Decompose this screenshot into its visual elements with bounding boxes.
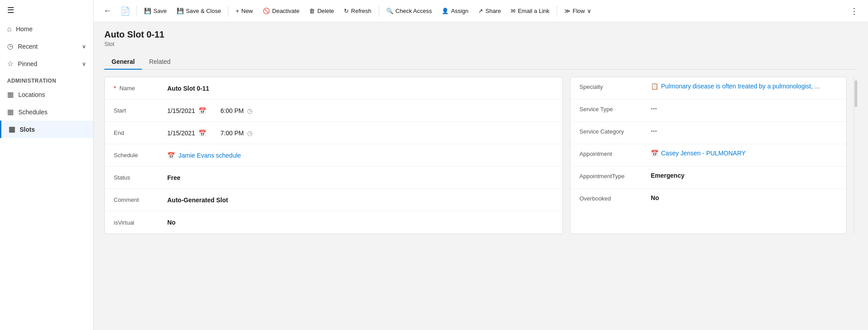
page-title: Auto Slot 0-11: [104, 29, 857, 40]
scrollbar[interactable]: [854, 77, 857, 234]
schedules-icon: ▦: [7, 108, 14, 116]
field-start-value: 1/15/2021 📅 6:00 PM ◷: [167, 107, 554, 114]
chevron-down-icon: ∨: [82, 61, 86, 67]
share-icon: ↗: [478, 8, 483, 14]
sidebar-item-label: Recent: [18, 43, 37, 50]
toolbar-separator: [557, 6, 557, 17]
clock-icon[interactable]: ◷: [247, 129, 252, 137]
end-time-group: 7:00 PM ◷: [220, 129, 252, 137]
specialty-icon: 📋: [651, 83, 658, 90]
field-overbooked-value: No: [651, 194, 837, 201]
scrollbar-thumb: [855, 80, 857, 107]
page-content: Auto Slot 0-11 Slot General Related * Na…: [94, 22, 868, 330]
deactivate-label: Deactivate: [272, 8, 299, 14]
field-appointment-type: AppointmentType Emergency: [570, 167, 846, 189]
field-service-category-value: ---: [651, 127, 837, 134]
end-date-group: 1/15/2021 📅: [167, 129, 206, 137]
field-isvirtual-label: isVirtual: [114, 219, 167, 226]
email-link-button[interactable]: ✉ Email a Link: [506, 5, 554, 17]
field-isvirtual: isVirtual No: [105, 211, 562, 234]
content-grid: * Name Auto Slot 0-11 Start 1/15/2021 📅: [104, 77, 857, 234]
check-access-button[interactable]: 🔍 Check Access: [382, 5, 437, 17]
share-button[interactable]: ↗ Share: [474, 5, 505, 17]
email-label: Email a Link: [518, 8, 550, 14]
calendar-icon[interactable]: 📅: [198, 129, 206, 137]
sidebar-item-schedules[interactable]: ▦ Schedules: [0, 103, 93, 121]
field-schedule: Schedule 📅 Jamie Evans schedule: [105, 144, 562, 167]
start-date-group: 1/15/2021 📅: [167, 107, 206, 114]
field-name-value: Auto Slot 0-11: [167, 85, 554, 92]
save-close-button[interactable]: 💾 Save & Close: [172, 5, 226, 17]
start-date: 1/15/2021: [167, 107, 195, 114]
field-specialty-value[interactable]: 📋 Pulmonary disease is often treated by …: [651, 83, 837, 90]
sidebar-item-home[interactable]: ⌂ Home: [0, 21, 93, 38]
sidebar-item-label: Home: [16, 25, 33, 33]
sidebar-item-locations[interactable]: ▦ Locations: [0, 86, 93, 103]
sidebar-item-recent[interactable]: ◷ Recent ∨: [0, 38, 93, 55]
field-service-category-label: Service Category: [579, 127, 651, 135]
field-status: Status Free: [105, 167, 562, 189]
deactivate-button[interactable]: 🚫 Deactivate: [258, 5, 304, 17]
save-close-label: Save & Close: [186, 8, 221, 14]
main-area: ← 📄 💾 Save 💾 Save & Close + New 🚫 Deacti…: [94, 0, 868, 330]
field-service-type: Service Type ---: [570, 100, 846, 122]
refresh-button[interactable]: ↻ Refresh: [339, 5, 376, 17]
right-panel: Specialty 📋 Pulmonary disease is often t…: [570, 77, 847, 234]
field-name-label: * Name: [114, 85, 167, 92]
tab-related[interactable]: Related: [142, 54, 178, 70]
field-comment: Comment Auto-Generated Slot: [105, 189, 562, 211]
field-status-label: Status: [114, 174, 167, 181]
tab-general[interactable]: General: [104, 54, 142, 70]
field-end-value: 1/15/2021 📅 7:00 PM ◷: [167, 129, 554, 137]
document-icon: 📄: [117, 4, 134, 19]
save-icon: 💾: [144, 8, 151, 14]
field-isvirtual-value: No: [167, 219, 554, 226]
save-button[interactable]: 💾 Save: [140, 5, 171, 17]
field-overbooked-label: Overbooked: [579, 194, 651, 202]
field-specialty: Specialty 📋 Pulmonary disease is often t…: [570, 77, 846, 100]
flow-button[interactable]: ≫ Flow ∨: [560, 5, 596, 17]
flow-label: Flow: [573, 8, 585, 14]
assign-button[interactable]: 👤 Assign: [437, 5, 473, 17]
assign-icon: 👤: [442, 8, 449, 14]
sidebar-item-pinned[interactable]: ☆ Pinned ∨: [0, 55, 93, 72]
field-schedule-value[interactable]: 📅 Jamie Evans schedule: [167, 152, 554, 159]
locations-icon: ▦: [7, 90, 14, 99]
new-button[interactable]: + New: [231, 5, 257, 17]
sidebar-item-label: Slots: [20, 126, 35, 133]
field-service-type-value: ---: [651, 105, 837, 112]
field-start: Start 1/15/2021 📅 6:00 PM ◷: [105, 100, 562, 122]
field-end-label: End: [114, 129, 167, 136]
save-close-icon: 💾: [177, 8, 184, 14]
tab-bar: General Related: [104, 54, 857, 70]
sidebar-item-label: Locations: [18, 91, 45, 98]
field-schedule-label: Schedule: [114, 152, 167, 159]
sidebar: ☰ ⌂ Home ◷ Recent ∨ ☆ Pinned ∨ Administr…: [0, 0, 94, 330]
new-label: New: [241, 8, 253, 14]
end-time: 7:00 PM: [220, 129, 244, 137]
field-appointment-type-value: Emergency: [651, 172, 837, 179]
check-access-label: Check Access: [396, 8, 432, 14]
deactivate-icon: 🚫: [263, 8, 270, 14]
refresh-icon: ↻: [344, 8, 349, 14]
more-options-button[interactable]: ⋮: [846, 4, 863, 19]
sidebar-item-slots[interactable]: ▦ Slots: [0, 121, 93, 138]
slots-icon: ▦: [8, 125, 15, 134]
hamburger-menu[interactable]: ☰: [0, 0, 93, 21]
field-overbooked: Overbooked No: [570, 189, 846, 211]
start-time: 6:00 PM: [220, 107, 244, 114]
check-access-icon: 🔍: [386, 8, 393, 14]
field-appointment-value[interactable]: 📅 Casey Jensen - PULMONARY: [651, 150, 837, 157]
share-label: Share: [485, 8, 501, 14]
delete-button[interactable]: 🗑 Delete: [305, 5, 339, 17]
start-time-group: 6:00 PM ◷: [220, 107, 252, 114]
calendar-icon[interactable]: 📅: [198, 107, 206, 114]
back-button[interactable]: ←: [99, 4, 116, 18]
clock-icon[interactable]: ◷: [247, 107, 252, 114]
sidebar-item-label: Pinned: [18, 60, 37, 67]
admin-section-header: Administration: [0, 72, 93, 86]
field-status-value: Free: [167, 174, 554, 181]
delete-icon: 🗑: [309, 8, 315, 14]
field-comment-label: Comment: [114, 196, 167, 203]
field-appointment: Appointment 📅 Casey Jensen - PULMONARY: [570, 144, 846, 167]
